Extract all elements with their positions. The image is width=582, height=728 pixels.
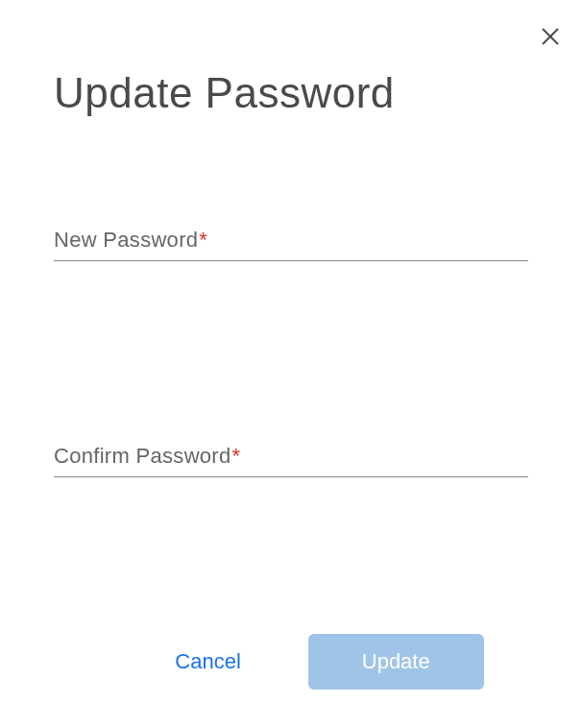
cancel-button[interactable]: Cancel <box>156 640 259 684</box>
required-indicator: * <box>232 444 241 468</box>
field-underline <box>54 260 528 261</box>
confirm-password-field-group: Confirm Password* <box>54 444 528 477</box>
close-button[interactable] <box>536 24 565 53</box>
new-password-field-group: New Password* <box>54 228 528 261</box>
required-indicator: * <box>199 228 207 252</box>
field-underline <box>54 476 528 477</box>
close-icon <box>539 25 562 52</box>
dialog-title: Update Password <box>54 69 582 117</box>
button-row: Cancel Update <box>0 634 582 690</box>
update-button[interactable]: Update <box>308 634 484 690</box>
new-password-label: New Password <box>54 228 198 253</box>
confirm-password-label: Confirm Password <box>54 444 231 469</box>
